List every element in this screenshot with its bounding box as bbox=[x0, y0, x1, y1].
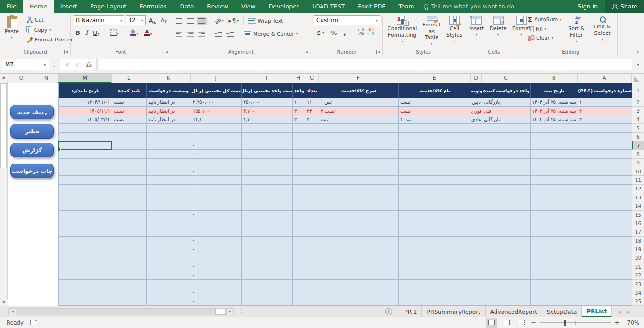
table-cell[interactable]: · bbox=[191, 237, 242, 245]
table-cell[interactable] bbox=[482, 124, 531, 132]
table-cell[interactable] bbox=[399, 297, 471, 306]
number-format-combo[interactable]: Custom▾ bbox=[314, 15, 380, 25]
table-cell[interactable] bbox=[482, 150, 531, 158]
table-cell[interactable] bbox=[293, 262, 305, 271]
align-top-button[interactable] bbox=[174, 17, 184, 25]
ribbon-tab-team[interactable]: Team bbox=[392, 0, 421, 13]
table-cell[interactable]: فنی bbox=[482, 107, 531, 115]
column-header-H[interactable]: H bbox=[292, 74, 305, 83]
table-cell[interactable] bbox=[242, 288, 293, 297]
table-cell[interactable] bbox=[293, 211, 305, 219]
table-cell[interactable] bbox=[293, 219, 305, 228]
format-painter-button[interactable]: Format Painter bbox=[25, 35, 75, 44]
table-cell[interactable] bbox=[319, 262, 399, 271]
cancel-icon[interactable]: × bbox=[65, 61, 70, 68]
scroll-down-icon[interactable]: ▼ bbox=[0, 299, 8, 306]
table-cell[interactable] bbox=[482, 288, 531, 297]
table-cell[interactable] bbox=[242, 219, 293, 228]
table-cell[interactable] bbox=[112, 133, 147, 141]
wrap-text-button[interactable]: Wrap Text bbox=[247, 17, 285, 25]
row-header-3[interactable]: 3 bbox=[632, 107, 644, 115]
table-cell[interactable]: در انتظار تایید bbox=[147, 98, 191, 107]
row-header-4[interactable]: 4 bbox=[632, 115, 644, 124]
table-cell[interactable] bbox=[112, 237, 147, 245]
table-cell[interactable]: وضعیت درخواست bbox=[147, 83, 191, 98]
align-left-button[interactable] bbox=[174, 30, 184, 38]
decrease-indent-button[interactable] bbox=[213, 30, 224, 38]
table-cell[interactable] bbox=[471, 297, 482, 306]
table-cell[interactable] bbox=[305, 297, 319, 306]
table-cell[interactable] bbox=[147, 193, 191, 202]
borders-button[interactable]: ▾ bbox=[108, 29, 121, 36]
ribbon-tab-review[interactable]: Review bbox=[200, 0, 235, 13]
underline-button[interactable]: U▾ bbox=[91, 29, 101, 37]
table-cell[interactable]: تیت bbox=[319, 115, 399, 124]
column-header-F[interactable]: F bbox=[319, 74, 398, 83]
table-cell[interactable] bbox=[112, 159, 147, 167]
table-cell[interactable] bbox=[242, 297, 293, 306]
table-cell[interactable] bbox=[399, 141, 471, 150]
table-cell[interactable] bbox=[531, 219, 578, 228]
table-cell[interactable] bbox=[471, 167, 482, 176]
table-cell[interactable]: · bbox=[191, 159, 242, 167]
table-cell[interactable] bbox=[293, 271, 305, 280]
table-cell[interactable] bbox=[112, 245, 147, 254]
table-cell[interactable] bbox=[242, 193, 293, 202]
table-cell[interactable] bbox=[531, 280, 578, 288]
table-cell[interactable] bbox=[59, 271, 112, 280]
table-cell[interactable] bbox=[147, 245, 191, 254]
table-cell[interactable] bbox=[471, 237, 482, 245]
table-cell[interactable]: · bbox=[191, 193, 242, 202]
enter-icon[interactable]: ✓ bbox=[75, 61, 80, 68]
selected-cell[interactable] bbox=[58, 141, 112, 150]
table-cell[interactable] bbox=[471, 193, 482, 202]
fill-button[interactable]: ↓Fill▾ bbox=[526, 25, 563, 33]
table-cell[interactable] bbox=[319, 167, 399, 176]
table-cell[interactable] bbox=[399, 202, 471, 211]
row-header-18[interactable]: 18 bbox=[632, 237, 644, 245]
column-header-N[interactable]: N bbox=[34, 74, 58, 83]
table-cell[interactable] bbox=[305, 245, 319, 254]
page-break-view-button[interactable] bbox=[516, 318, 527, 328]
table-cell[interactable] bbox=[482, 237, 531, 245]
table-cell[interactable] bbox=[319, 280, 399, 288]
table-cell[interactable]: پایین bbox=[471, 98, 482, 107]
table-cell[interactable] bbox=[319, 159, 399, 167]
table-cell[interactable]: سه شنبه, ۲۵ آذر ۱۴۰۴ bbox=[531, 98, 578, 107]
table-cell[interactable] bbox=[399, 228, 471, 237]
table-cell[interactable] bbox=[319, 245, 399, 254]
table-cell[interactable] bbox=[305, 237, 319, 245]
align-right-button[interactable] bbox=[197, 30, 207, 38]
table-cell[interactable] bbox=[578, 288, 632, 297]
conditional-formatting-button[interactable]: Conditional Formatting▾ bbox=[385, 14, 420, 48]
table-cell[interactable] bbox=[482, 193, 531, 202]
table-cell[interactable] bbox=[578, 211, 632, 219]
table-cell[interactable] bbox=[471, 176, 482, 184]
table-cell[interactable] bbox=[531, 150, 578, 158]
table-cell[interactable] bbox=[578, 150, 632, 158]
table-cell[interactable]: · bbox=[191, 262, 242, 271]
column-header-A[interactable]: A bbox=[578, 74, 632, 83]
table-cell[interactable]: تست bbox=[399, 107, 471, 115]
table-cell[interactable]: تست ۳ bbox=[319, 107, 399, 115]
horizontal-scroll-thumb[interactable] bbox=[215, 309, 226, 315]
table-cell[interactable] bbox=[59, 176, 112, 184]
table-cell[interactable] bbox=[147, 280, 191, 288]
table-cell[interactable]: ۲۵۰,۰۰۰ bbox=[242, 98, 293, 107]
table-cell[interactable] bbox=[112, 280, 147, 288]
zoom-out-button[interactable]: − bbox=[531, 319, 536, 326]
collapse-ribbon-button[interactable]: ∧ bbox=[636, 49, 639, 54]
table-cell[interactable] bbox=[242, 271, 293, 280]
table-cell[interactable] bbox=[147, 211, 191, 219]
row-header-12[interactable]: 12 bbox=[632, 185, 644, 193]
action-button-2[interactable]: فیلتر bbox=[10, 124, 54, 139]
table-cell[interactable] bbox=[319, 141, 399, 150]
row-header-25[interactable]: 25 bbox=[632, 297, 644, 306]
table-cell[interactable] bbox=[319, 228, 399, 237]
sheet-tab-prsummaryreport[interactable]: PRSummaryReport bbox=[422, 306, 485, 317]
table-cell[interactable] bbox=[305, 176, 319, 184]
table-cell[interactable] bbox=[147, 262, 191, 271]
table-cell[interactable] bbox=[293, 254, 305, 262]
tab-scroll-right-icon[interactable]: ▶ bbox=[627, 310, 631, 314]
table-cell[interactable] bbox=[112, 271, 147, 280]
